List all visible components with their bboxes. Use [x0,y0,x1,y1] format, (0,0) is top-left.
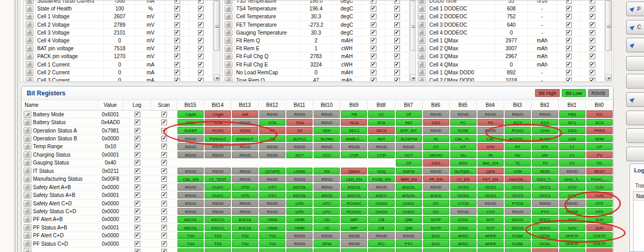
log-checkbox[interactable] [566,30,572,36]
log-checkbox[interactable] [566,53,572,59]
scan-checkbox[interactable] [161,176,167,182]
scan-checkbox[interactable] [161,249,167,252]
log-checkbox[interactable] [135,209,140,214]
log-checkbox[interactable] [174,53,180,59]
log-checkbox[interactable] [371,70,376,75]
scan-checkbox[interactable] [161,112,167,117]
scan-checkbox[interactable] [198,6,204,12]
scroll-down-icon[interactable] [605,74,612,81]
scrollbar[interactable] [213,1,220,81]
scan-checkbox[interactable] [198,62,204,68]
log-checkbox[interactable] [135,176,140,182]
scan-checkbox[interactable] [394,46,400,51]
log-checkbox[interactable] [371,0,376,4]
log-checkbox[interactable] [371,78,376,82]
side-button-5[interactable] [626,74,644,89]
log-checkbox[interactable] [174,70,180,75]
scan-checkbox[interactable] [161,241,167,247]
scan-checkbox[interactable] [394,70,400,75]
log-checkbox[interactable] [371,30,376,36]
log-checkbox[interactable] [135,192,140,198]
log-checkbox[interactable] [135,216,140,222]
scan-checkbox[interactable] [394,78,400,82]
scan-checkbox[interactable] [590,62,595,68]
side-button-3[interactable] [626,38,644,52]
scan-checkbox[interactable] [161,192,167,198]
log-checkbox[interactable] [135,128,140,134]
scan-checkbox[interactable] [394,38,400,43]
scan-checkbox[interactable] [198,70,204,75]
log-checkbox[interactable] [135,249,140,252]
log-checkbox[interactable] [566,38,572,43]
scan-checkbox[interactable] [590,6,595,12]
log-checkbox[interactable] [135,225,140,231]
scan-checkbox[interactable] [590,22,595,28]
log-checkbox[interactable] [566,78,572,82]
log-checkbox[interactable] [174,38,180,43]
log-checkbox[interactable] [135,119,140,125]
scan-checkbox[interactable] [161,160,167,166]
scrollbar[interactable] [604,1,612,81]
log-checkbox[interactable] [135,152,140,158]
log-checkbox[interactable] [371,22,376,28]
scrollbar-thumb[interactable] [605,1,612,51]
scan-checkbox[interactable] [161,128,167,134]
scan-checkbox[interactable] [394,62,400,68]
scan-checkbox[interactable] [198,38,204,43]
scan-checkbox[interactable] [161,216,167,222]
scan-checkbox[interactable] [161,209,167,214]
log-checkbox[interactable] [566,46,572,51]
side-button-1[interactable]: P [626,2,644,16]
side-button-2[interactable]: C [626,20,644,35]
log-checkbox[interactable] [371,14,376,19]
log-checkbox[interactable] [566,0,572,4]
log-checkbox[interactable] [174,46,180,51]
scan-checkbox[interactable] [198,46,204,51]
scan-checkbox[interactable] [394,6,400,12]
scan-checkbox[interactable] [394,0,400,4]
log-checkbox[interactable] [174,78,180,82]
log-checkbox[interactable] [135,241,140,247]
scan-checkbox[interactable] [198,53,204,59]
log-checkbox[interactable] [371,38,376,43]
log-checkbox[interactable] [135,233,140,238]
log-checkbox[interactable] [174,0,180,4]
scan-checkbox[interactable] [161,136,167,141]
scan-checkbox[interactable] [161,201,167,206]
log-checkbox[interactable] [371,46,376,51]
scan-checkbox[interactable] [161,119,167,125]
log-checkbox[interactable] [566,6,572,12]
splitter-line[interactable] [15,0,16,252]
scan-checkbox[interactable] [161,144,167,149]
log-checkbox[interactable] [135,112,140,117]
scan-checkbox[interactable] [161,184,167,190]
side-button-8[interactable] [626,128,644,143]
log-checkbox[interactable] [174,6,180,12]
log-checkbox[interactable] [135,144,140,149]
scan-checkbox[interactable] [198,14,204,19]
log-checkbox[interactable] [174,14,180,19]
scan-checkbox[interactable] [590,53,595,59]
scan-checkbox[interactable] [161,168,167,174]
side-button-4[interactable] [626,56,644,71]
scan-checkbox[interactable] [590,38,595,43]
scan-checkbox[interactable] [590,14,595,19]
side-button-7[interactable] [626,111,644,125]
log-checkbox[interactable] [566,62,572,68]
scan-checkbox[interactable] [394,53,400,59]
scan-checkbox[interactable] [198,30,204,36]
log-checkbox[interactable] [371,53,376,59]
scroll-down-icon[interactable] [214,74,220,81]
log-checkbox[interactable] [135,201,140,206]
scan-checkbox[interactable] [590,0,595,4]
scan-checkbox[interactable] [161,225,167,231]
scan-checkbox[interactable] [394,30,400,36]
scan-checkbox[interactable] [161,233,167,238]
log-checkbox[interactable] [135,168,140,174]
scan-checkbox[interactable] [161,152,167,158]
side-button-6[interactable] [626,92,644,107]
scan-checkbox[interactable] [198,22,204,28]
scan-checkbox[interactable] [590,70,595,75]
log-checkbox[interactable] [174,62,180,68]
scan-checkbox[interactable] [590,30,595,36]
